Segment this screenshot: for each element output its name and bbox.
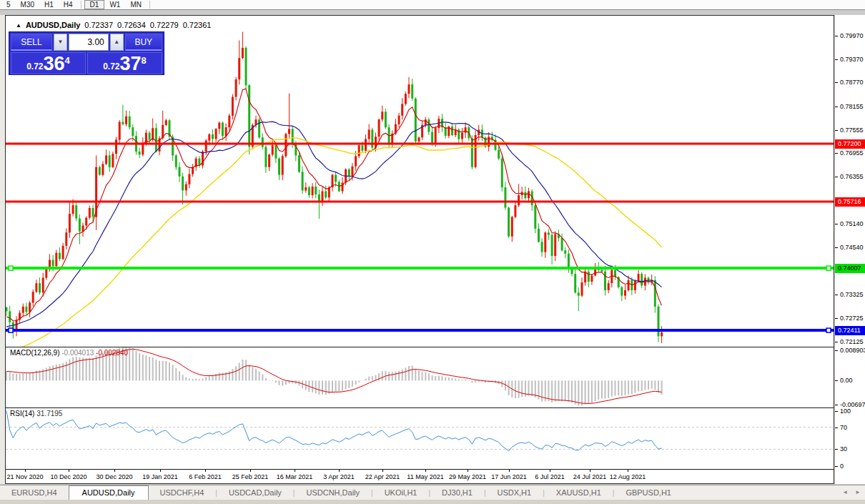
axis-tick (835, 153, 838, 154)
timeframe-button-w1[interactable]: W1 (104, 0, 125, 9)
time-axis-tick (25, 470, 26, 472)
volume-decrease-button[interactable]: ▼ (54, 34, 67, 51)
time-axis-tick (382, 470, 383, 472)
buy-price-small: 0.72 (103, 61, 119, 71)
axis-tick (835, 36, 838, 36)
sell-price-display[interactable]: 0.72 36 4 (11, 52, 86, 74)
price-axis-label: 0.79970 (840, 32, 864, 39)
rsi-pane[interactable] (6, 408, 834, 469)
timeframe-toolbar: 5M30H1H4D1W1MN (0, 0, 865, 9)
time-axis-tick (205, 470, 206, 472)
time-axis-label: 24 Jul 2021 (573, 473, 607, 480)
ohlc-low: 0.72279 (150, 21, 179, 29)
axis-tick (835, 466, 838, 467)
volume-input[interactable] (69, 34, 109, 51)
tab-usdcad-daily[interactable]: USDCAD,Daily (217, 486, 293, 500)
time-axis-label: 21 Nov 2020 (6, 473, 43, 480)
price-line-badge: 0.72411 (835, 326, 865, 335)
toolbar-separator (81, 1, 81, 9)
price-axis-label: 0.72125 (840, 338, 864, 345)
axis-tick (835, 130, 838, 131)
axis-tick (835, 247, 838, 248)
price-axis-label: 0.79370 (840, 56, 864, 63)
buy-price-big: 37 (120, 54, 142, 73)
rsi-indicator-label: RSI(14) 31.7195 (10, 410, 62, 417)
axis-tick (835, 107, 838, 107)
toolbar-separator (149, 1, 150, 9)
buy-price-display[interactable]: 0.72 37 8 (87, 52, 162, 74)
time-axis-tick (590, 470, 590, 472)
price-line-badge: 0.77200 (835, 139, 865, 149)
sell-price-sup: 4 (65, 55, 70, 66)
tab-eurusd-h4[interactable]: EURUSD,H4 (0, 486, 69, 500)
timeframe-button-h4[interactable]: H4 (59, 0, 78, 9)
timeframe-button-d1[interactable]: D1 (84, 0, 105, 9)
price-axis-label: 0.78155 (840, 103, 864, 110)
timeframe-button-h1[interactable]: H1 (39, 0, 59, 9)
sell-price-big: 36 (44, 54, 65, 73)
time-axis-label: 29 May 2021 (449, 473, 486, 480)
price-line-badge: 0.74007 (835, 264, 865, 273)
axis-tick (835, 59, 838, 60)
price-axis-label: 0.74540 (840, 244, 864, 251)
price-axis-label: 0.76955 (840, 149, 864, 157)
price-line-badge: 0.75716 (835, 197, 865, 207)
time-axis-label: 3 Apr 2021 (323, 473, 355, 480)
tabs-scroll-left-icon[interactable]: ◄ (842, 489, 848, 495)
timeframe-button-mn[interactable]: MN (125, 0, 147, 9)
rsi-value: 31.7195 (36, 410, 62, 417)
ohlc-open: 0.72337 (84, 21, 113, 29)
one-click-trade-panel: SELL ▼ ▲ BUY 0.72 36 4 0.72 37 8 (9, 31, 164, 75)
axis-tick (835, 82, 838, 83)
volume-increase-button[interactable]: ▲ (110, 34, 124, 51)
time-axis-label: 12 Aug 2021 (610, 473, 646, 480)
price-axis-label: 0.76355 (840, 173, 864, 180)
time-axis-label: 6 Feb 2021 (189, 473, 222, 480)
axis-tick (835, 405, 838, 405)
tab-audusd-daily[interactable]: AUDUSD,Daily (69, 485, 149, 500)
chart-window[interactable]: 21 Nov 202010 Dec 202030 Dec 202019 Jan … (5, 15, 834, 484)
time-axis-tick (509, 470, 510, 472)
time-axis-label: 30 Dec 2020 (96, 473, 132, 480)
rsi-axis-label: 70 (840, 424, 847, 431)
time-axis-label: 22 Apr 2021 (365, 473, 400, 480)
tab-xauusd-h1[interactable]: XAUUSD,H1 (545, 486, 613, 500)
macd-pane[interactable] (6, 347, 834, 407)
macd-signal-value: -0.002840 (96, 349, 128, 357)
price-axis-label: 0.78770 (840, 79, 864, 86)
time-axis-label: 11 May 2021 (407, 473, 443, 480)
time-axis-tick (160, 470, 161, 472)
timeframe-button-5[interactable]: 5 (1, 0, 16, 9)
chart-header: ▲ AUDUSD,Daily 0.72337 0.72634 0.72279 0… (16, 21, 211, 29)
time-axis-label: 16 Mar 2021 (277, 473, 313, 480)
time-axis-tick (295, 470, 295, 472)
buy-button[interactable]: BUY (125, 34, 162, 51)
rsi-axis-label: 0 (840, 463, 844, 470)
axis-tick (835, 318, 838, 319)
tab-ukoil-h1[interactable]: UKOil,H1 (373, 486, 429, 500)
symbol-tab-bar: EURUSD,H4AUDUSD,DailyUSDCHF,H4|USDCAD,Da… (0, 485, 865, 500)
macd-indicator-label: MACD(12,26,9) -0.004013 -0.002840 (10, 349, 128, 357)
timeframe-button-m30[interactable]: M30 (16, 0, 39, 9)
time-axis-tick (69, 470, 69, 472)
tab-gbpusd-h1[interactable]: GBPUSD,H1 (614, 486, 683, 500)
time-axis: 21 Nov 202010 Dec 202030 Dec 202019 Jan … (6, 470, 834, 483)
tab-dj30-h1[interactable]: DJ30,H1 (430, 486, 484, 500)
window-left-edge (0, 15, 5, 484)
collapse-triangle-icon[interactable]: ▲ (16, 22, 21, 29)
axis-tick (835, 295, 838, 295)
tab-usdx-h1[interactable]: USDX,H1 (486, 486, 543, 500)
ohlc-high: 0.72634 (117, 21, 146, 29)
tab-usdchf-h4[interactable]: USDCHF,H4 (149, 486, 216, 500)
tabs-scroll-right-icon[interactable]: ► (855, 489, 861, 495)
toolbar-divider-band (0, 9, 865, 15)
price-axis[interactable]: 0.799700.793700.787700.781550.775550.769… (835, 15, 865, 484)
time-axis-label: 19 Jan 2021 (142, 473, 178, 480)
buy-price-sup: 8 (142, 55, 147, 66)
time-axis-tick (550, 470, 550, 472)
sell-button[interactable]: SELL (11, 34, 52, 51)
time-axis-tick (250, 470, 251, 472)
tab-usdcnh-daily[interactable]: USDCNH,Daily (295, 486, 371, 500)
time-axis-tick (628, 470, 628, 472)
time-axis-tick (425, 470, 426, 472)
